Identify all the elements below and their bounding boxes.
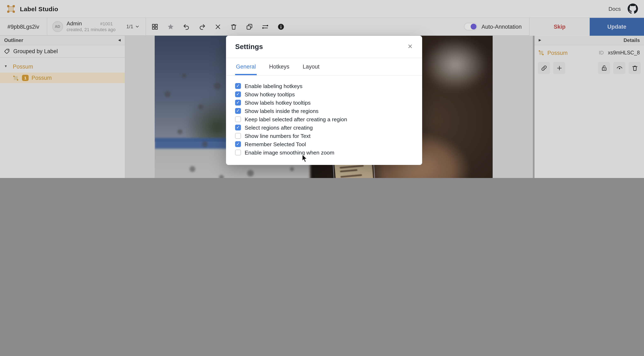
settings-modal-header: Settings [226,36,422,58]
region-actions [534,62,644,74]
settings-sliders-button[interactable] [261,22,270,31]
pager-count: 1/1 [126,24,133,30]
redo-icon [199,23,206,30]
option-row: Show hotkey tooltips [235,90,413,98]
redo-button[interactable] [198,22,207,31]
avatar: AD [52,21,63,32]
link-icon [540,65,547,71]
option-row: Enable image smoothing when zoom [235,148,413,157]
settings-options: Enable labeling hotkeys Show hotkey tool… [226,76,422,157]
region-id-label: ID [599,50,604,56]
duplicate-button[interactable] [245,22,254,31]
checkbox[interactable] [235,141,241,147]
duplicate-icon [246,23,253,30]
option-row: Show labels hotkey tooltips [235,98,413,107]
info-button[interactable] [276,22,286,31]
undo-icon [183,23,190,30]
annotation-pager[interactable]: 1/1 [120,24,146,30]
tab-hotkeys[interactable]: Hotkeys [268,64,290,75]
toolbar-icon-group [146,18,290,35]
annotation-user-block[interactable]: AD Admin #1001 created, 21 minutes ago [47,21,120,32]
toggle-knob [471,24,476,30]
checkbox[interactable] [235,108,241,114]
option-row: Keep label selected after creating a reg… [235,115,413,123]
star-icon [167,23,174,30]
update-button[interactable]: Update [590,18,644,36]
checkbox[interactable] [235,133,241,139]
undo-button[interactable] [182,22,191,31]
github-icon[interactable] [628,3,638,14]
settings-tabs: General Hotkeys Layout [226,64,422,76]
details-panel: Details Possum ID xs9mHLSC_8 [533,36,644,178]
toggle-visibility-button[interactable] [613,62,625,74]
docs-link[interactable]: Docs [608,6,621,12]
checkbox[interactable] [235,125,241,130]
checkbox[interactable] [235,116,241,122]
skip-button[interactable]: Skip [529,18,590,36]
region-index-badge: 1 [22,75,28,81]
annotation-toolbar: #9pb8Lgs2iv AD Admin #1001 created, 21 m… [0,18,644,36]
trash-icon [230,23,237,30]
tab-layout[interactable]: Layout [302,64,320,75]
delete-region-button[interactable] [629,62,641,74]
outliner-panel: Outliner Grouped by Label Possum 1 Possu… [0,36,125,178]
checkbox[interactable] [235,91,241,97]
checkbox[interactable] [235,83,241,89]
region-bbox-icon [538,49,544,56]
details-title: Details [624,37,640,43]
add-relation-button[interactable] [553,62,565,74]
sliders-icon [262,23,269,30]
checkbox[interactable] [235,100,241,105]
details-region-label: Possum [548,50,568,56]
annotation-id: #1001 [100,21,113,26]
trash-icon [631,65,638,71]
grouping-selector[interactable]: Grouped by Label [0,45,125,58]
group-label: Possum [13,63,33,70]
label-studio-logo-icon [6,4,16,14]
option-row: Select regions after creating [235,123,413,132]
close-icon[interactable]: ✕ [405,41,416,52]
chevron-down-icon [135,24,140,29]
grid-icon [151,23,158,30]
option-row: Enable labeling hotkeys [235,82,413,90]
region-bbox-icon [12,75,19,81]
outliner-title: Outliner [4,37,23,43]
tag-icon [4,48,10,54]
cancel-x-icon [214,23,222,30]
annotation-created: created, 21 minutes ago [66,27,116,32]
info-icon [278,23,284,30]
lock-icon [601,65,607,71]
region-id-value: xs9mHLSC_8 [608,50,640,56]
app-title: Label Studio [20,5,58,12]
outliner-region-possum[interactable]: 1 Possum [0,73,125,83]
region-label: Possum [32,75,52,81]
grid-view-button[interactable] [150,22,160,31]
auto-annotation-toggle[interactable] [464,23,477,30]
option-row: Show labels inside the regions [235,107,413,115]
task-id: #9pb8Lgs2iv [0,18,47,35]
outliner-header: Outliner [0,36,125,45]
details-header: Details [534,36,644,45]
label-studio-app: Label Studio Docs #9pb8Lgs2iv AD Admin #… [0,0,644,178]
tab-general[interactable]: General [235,64,257,75]
option-row: Show line numbers for Text [235,132,413,140]
caret-down-icon[interactable] [4,65,8,68]
plus-icon [556,65,562,71]
delete-annotation-button[interactable] [229,22,238,31]
collapse-right-icon[interactable] [539,39,541,42]
eye-icon [616,65,623,71]
cancel-button[interactable] [213,22,222,31]
outliner-group-possum[interactable]: Possum [0,62,125,71]
top-bar: Label Studio Docs [0,0,644,18]
auto-annotation-block: Auto-Annotation [464,23,529,30]
collapse-left-icon[interactable] [118,39,121,42]
checkbox[interactable] [235,149,241,155]
grouping-label: Grouped by Label [13,48,58,54]
details-region-row[interactable]: Possum ID xs9mHLSC_8 [534,45,644,56]
lock-region-button[interactable] [598,62,610,74]
link-region-button[interactable] [538,62,550,74]
video-person-hair [412,36,493,100]
settings-title: Settings [235,43,263,51]
user-name: Admin [66,21,82,27]
star-button[interactable] [166,22,175,31]
